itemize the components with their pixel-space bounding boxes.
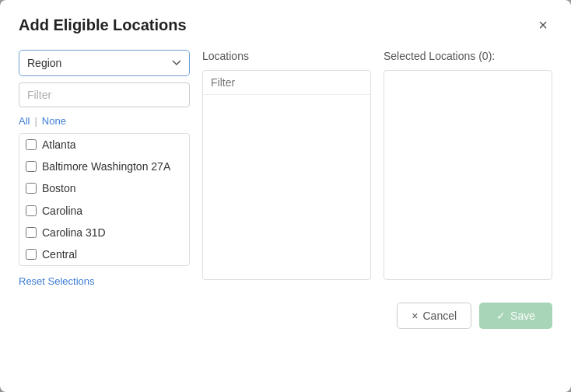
modal-title: Add Eligible Locations xyxy=(19,16,187,34)
list-item[interactable]: Boston xyxy=(19,177,189,199)
item-label: Baltimore Washington 27A xyxy=(42,159,170,173)
modal-header: Add Eligible Locations × xyxy=(19,16,552,34)
locations-box xyxy=(202,70,371,280)
divider: | xyxy=(34,115,37,127)
carolina31d-checkbox[interactable] xyxy=(26,227,37,238)
left-column: Region State City Country All | None Atl… xyxy=(19,50,190,287)
modal-body: Region State City Country All | None Atl… xyxy=(19,50,552,287)
selected-locations-label: Selected Locations (0): xyxy=(384,50,552,62)
list-item[interactable]: Baltimore Washington 27A xyxy=(19,156,189,177)
close-button[interactable]: × xyxy=(534,16,552,34)
modal-footer: × Cancel ✓ Save xyxy=(19,303,552,329)
save-label: Save xyxy=(510,310,535,322)
cancel-label: Cancel xyxy=(422,310,457,322)
modal-dialog: Add Eligible Locations × Region State Ci… xyxy=(0,0,571,392)
boston-checkbox[interactable] xyxy=(26,183,37,194)
central-checkbox[interactable] xyxy=(26,249,37,260)
carolina-checkbox[interactable] xyxy=(26,205,37,216)
none-link[interactable]: None xyxy=(42,115,66,127)
item-label: Central xyxy=(42,247,77,261)
list-item[interactable]: Central xyxy=(19,243,189,265)
all-none-row: All | None xyxy=(19,115,190,127)
save-button[interactable]: ✓ Save xyxy=(479,303,552,329)
cancel-button[interactable]: × Cancel xyxy=(397,303,471,329)
region-select[interactable]: Region State City Country xyxy=(19,50,190,76)
all-link[interactable]: All xyxy=(19,115,30,127)
item-label: Atlanta xyxy=(42,138,76,152)
list-item[interactable]: Atlanta xyxy=(19,134,189,156)
left-filter-input[interactable] xyxy=(19,82,190,107)
item-label: Carolina 31D xyxy=(42,226,106,240)
checkbox-list: Atlanta Baltimore Washington 27A Boston … xyxy=(19,133,190,266)
locations-filter-input[interactable] xyxy=(203,71,370,95)
item-label: Carolina xyxy=(42,204,82,218)
locations-column: Locations xyxy=(202,50,371,280)
footer-right: × Cancel ✓ Save xyxy=(397,303,552,329)
item-label: Boston xyxy=(42,181,76,195)
baltimore-checkbox[interactable] xyxy=(26,161,37,172)
selected-locations-column: Selected Locations (0): xyxy=(384,50,552,280)
cancel-icon: × xyxy=(412,310,418,322)
modal-overlay: Add Eligible Locations × Region State Ci… xyxy=(0,0,571,392)
selected-locations-box xyxy=(384,70,552,280)
save-icon: ✓ xyxy=(496,310,506,322)
locations-column-label: Locations xyxy=(202,50,371,62)
atlanta-checkbox[interactable] xyxy=(26,139,37,150)
list-item[interactable]: Carolina 31D xyxy=(19,222,189,243)
list-item[interactable]: Carolina xyxy=(19,200,189,222)
reset-selections-link[interactable]: Reset Selections xyxy=(19,275,190,287)
